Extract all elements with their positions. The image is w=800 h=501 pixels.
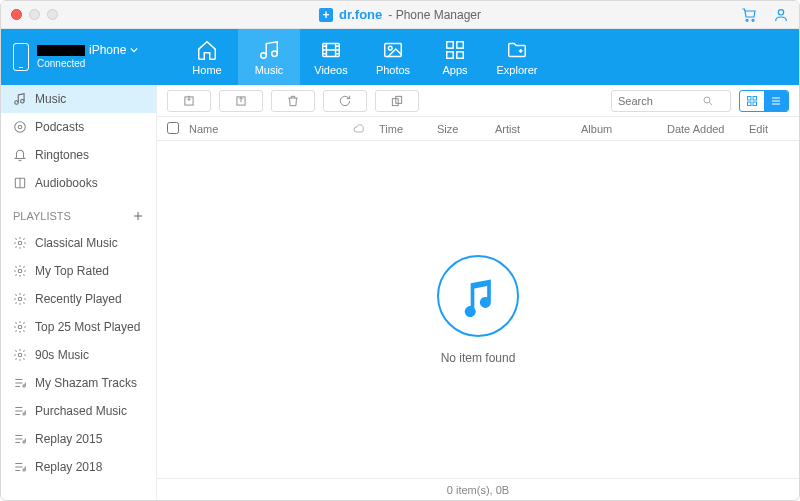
svg-rect-33: [748, 102, 752, 106]
sidebar-item-label: Purchased Music: [35, 404, 127, 418]
add-playlist-button[interactable]: [132, 210, 144, 222]
svg-rect-32: [753, 96, 757, 100]
content-body: Music Podcasts Ringtones Audiobooks PLAY…: [1, 85, 799, 500]
delete-button[interactable]: [271, 90, 315, 112]
status-bar: 0 item(s), 0B: [157, 478, 799, 500]
playlist-icon: [13, 376, 27, 390]
sidebar-playlist-top25[interactable]: Top 25 Most Played: [1, 313, 156, 341]
column-time[interactable]: Time: [379, 123, 429, 135]
sidebar-item-audiobooks[interactable]: Audiobooks: [1, 169, 156, 197]
video-icon: [320, 39, 342, 61]
empty-state-text: No item found: [441, 351, 516, 365]
select-all-checkbox[interactable]: [167, 122, 179, 134]
nav-tab-explorer[interactable]: Explorer: [486, 29, 548, 85]
gear-icon: [13, 264, 27, 278]
column-cloud[interactable]: [347, 123, 371, 135]
list-view-button[interactable]: [764, 91, 788, 111]
column-album[interactable]: Album: [581, 123, 659, 135]
list-icon: [770, 95, 782, 107]
sidebar-item-label: Replay 2018: [35, 460, 102, 474]
column-size[interactable]: Size: [437, 123, 487, 135]
device-name-redacted: [37, 45, 85, 56]
sidebar-playlist-classical[interactable]: Classical Music: [1, 229, 156, 257]
nav-tab-videos[interactable]: Videos: [300, 29, 362, 85]
export-button[interactable]: [219, 90, 263, 112]
import-icon: [181, 94, 197, 108]
svg-point-15: [18, 125, 22, 129]
sidebar-item-ringtones[interactable]: Ringtones: [1, 141, 156, 169]
nav-label: Music: [255, 64, 284, 76]
duplicate-icon: [389, 94, 405, 108]
column-edit[interactable]: Edit: [749, 123, 789, 135]
svg-rect-9: [457, 41, 463, 47]
cart-icon[interactable]: [741, 7, 757, 23]
nav-tab-home[interactable]: Home: [176, 29, 238, 85]
sidebar-playlist-90s[interactable]: 90s Music: [1, 341, 156, 369]
nav-tab-apps[interactable]: Apps: [424, 29, 486, 85]
empty-state-icon: [437, 255, 519, 337]
column-date-added[interactable]: Date Added: [667, 123, 741, 135]
svg-rect-11: [457, 51, 463, 57]
music-note-icon: [13, 92, 27, 106]
nav-tab-music[interactable]: Music: [238, 29, 300, 85]
refresh-button[interactable]: [323, 90, 367, 112]
sidebar-item-label: Podcasts: [35, 120, 84, 134]
column-artist[interactable]: Artist: [495, 123, 573, 135]
chevron-down-icon: [130, 46, 138, 54]
svg-rect-34: [753, 102, 757, 106]
search-icon: [702, 95, 714, 107]
empty-state: No item found: [157, 141, 799, 478]
minimize-window-button[interactable]: [29, 9, 40, 20]
gear-icon: [13, 292, 27, 306]
sidebar-playlist-recent[interactable]: Recently Played: [1, 285, 156, 313]
sidebar-playlist-shazam[interactable]: My Shazam Tracks: [1, 369, 156, 397]
grid-view-button[interactable]: [740, 91, 764, 111]
nav-label: Videos: [314, 64, 347, 76]
svg-point-30: [704, 97, 710, 103]
svg-point-0: [746, 19, 748, 21]
dedupe-button[interactable]: [375, 90, 419, 112]
window-controls: [11, 9, 58, 20]
column-name[interactable]: Name: [189, 123, 339, 135]
device-status: Connected: [37, 57, 138, 71]
nav-label: Home: [192, 64, 221, 76]
svg-point-13: [21, 100, 24, 104]
maximize-window-button[interactable]: [47, 9, 58, 20]
sidebar-playlist-replay2018[interactable]: Replay 2018: [1, 453, 156, 481]
playlists-header-label: PLAYLISTS: [13, 210, 71, 222]
user-icon[interactable]: [773, 7, 789, 23]
nav-tab-photos[interactable]: Photos: [362, 29, 424, 85]
explorer-icon: [506, 39, 528, 61]
sidebar-item-label: Audiobooks: [35, 176, 98, 190]
main-nav: iPhone Connected Home Music Videos Photo…: [1, 29, 799, 85]
sidebar-item-label: Replay 2015: [35, 432, 102, 446]
svg-point-7: [388, 46, 392, 50]
svg-point-2: [778, 9, 783, 14]
search-input[interactable]: [618, 95, 698, 107]
nav-label: Explorer: [497, 64, 538, 76]
svg-rect-28: [392, 98, 398, 105]
sidebar-item-label: My Top Rated: [35, 264, 109, 278]
import-button[interactable]: [167, 90, 211, 112]
toolbar: [157, 85, 799, 117]
sidebar-item-podcasts[interactable]: Podcasts: [1, 113, 156, 141]
search-box[interactable]: [611, 90, 731, 112]
sidebar-item-label: My Shazam Tracks: [35, 376, 137, 390]
music-icon: [258, 39, 280, 61]
svg-rect-31: [748, 96, 752, 100]
apps-icon: [444, 39, 466, 61]
sidebar-playlist-purchased[interactable]: Purchased Music: [1, 397, 156, 425]
sidebar: Music Podcasts Ringtones Audiobooks PLAY…: [1, 85, 157, 500]
playlist-icon: [13, 404, 27, 418]
sidebar-item-music[interactable]: Music: [1, 85, 156, 113]
sidebar-item-label: Recently Played: [35, 292, 122, 306]
home-icon: [196, 39, 218, 61]
device-panel[interactable]: iPhone Connected: [1, 29, 176, 85]
close-window-button[interactable]: [11, 9, 22, 20]
device-name-suffix: iPhone: [89, 43, 126, 57]
svg-point-4: [272, 50, 278, 55]
sidebar-playlist-toprated[interactable]: My Top Rated: [1, 257, 156, 285]
sidebar-playlist-replay2015[interactable]: Replay 2015: [1, 425, 156, 453]
plus-icon: [132, 210, 144, 222]
brand-name: dr.fone: [339, 7, 382, 22]
